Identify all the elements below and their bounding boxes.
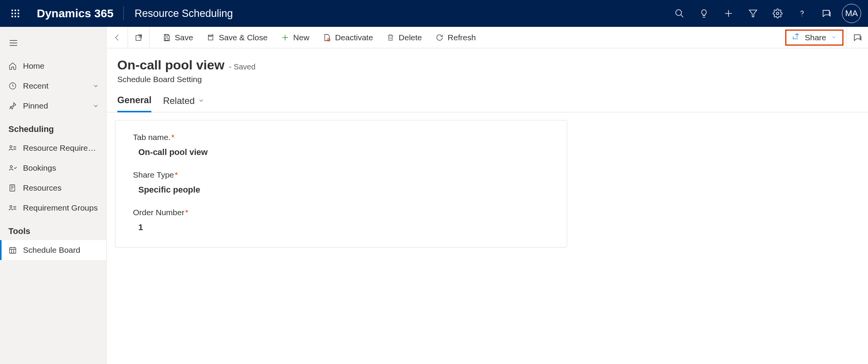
popout-button[interactable] xyxy=(128,27,149,48)
svg-line-41 xyxy=(139,35,141,37)
field-label: Order Number xyxy=(133,208,184,217)
active-nav-marker xyxy=(0,240,2,260)
nav-resources[interactable]: Resources xyxy=(0,178,106,198)
plus-icon xyxy=(281,33,289,42)
field-value[interactable]: Specific people xyxy=(133,185,549,195)
required-marker: * xyxy=(185,208,188,217)
nav-home[interactable]: Home xyxy=(0,56,106,76)
svg-line-10 xyxy=(681,15,683,17)
more-button[interactable] xyxy=(483,27,497,48)
nav-label: Recent xyxy=(23,81,90,91)
nav-label: Resource Requireme… xyxy=(23,143,99,153)
save-close-button[interactable]: Save & Close xyxy=(200,27,275,48)
field-label: Share Type xyxy=(133,170,174,179)
tab-general[interactable]: General xyxy=(117,95,151,112)
back-button[interactable] xyxy=(107,27,128,48)
cmd-label: Delete xyxy=(399,33,422,42)
section-tools: Tools xyxy=(0,218,106,240)
form-card: Tab name.* On-call pool view Share Type*… xyxy=(115,120,567,247)
svg-point-30 xyxy=(10,206,12,208)
field-share-type[interactable]: Share Type* Specific people xyxy=(133,170,549,195)
global-top-bar: Dynamics 365 Resource Scheduling MA xyxy=(0,0,868,27)
nav-recent[interactable]: Recent xyxy=(0,76,106,96)
chevron-down-icon xyxy=(90,82,99,89)
tab-label: Related xyxy=(163,96,195,106)
help-icon[interactable] xyxy=(790,0,814,27)
nav-resource-requirements[interactable]: Resource Requireme… xyxy=(0,138,106,158)
save-button[interactable]: Save xyxy=(156,27,200,48)
filter-icon[interactable] xyxy=(741,0,765,27)
nav-label: Pinned xyxy=(23,101,90,110)
svg-point-15 xyxy=(802,16,802,16)
clock-icon xyxy=(8,82,23,90)
search-icon[interactable] xyxy=(667,0,692,27)
svg-rect-2 xyxy=(18,10,19,11)
gear-icon[interactable] xyxy=(765,0,790,27)
plus-icon[interactable] xyxy=(716,0,741,27)
field-order-number[interactable]: Order Number* 1 xyxy=(133,208,549,232)
required-marker: * xyxy=(171,133,174,142)
bookings-icon xyxy=(8,164,23,172)
nav-requirement-groups[interactable]: Requirement Groups xyxy=(0,198,106,218)
chat-icon[interactable] xyxy=(814,0,839,27)
chevron-down-icon xyxy=(90,102,99,109)
chevron-down-icon xyxy=(198,96,205,106)
cmd-label: New xyxy=(293,33,309,42)
svg-rect-1 xyxy=(15,10,16,11)
refresh-icon xyxy=(435,33,444,42)
form-tabs: General Related xyxy=(107,84,868,112)
home-icon xyxy=(8,62,23,70)
cmd-label: Save & Close xyxy=(219,33,267,42)
lightbulb-icon[interactable] xyxy=(692,0,716,27)
svg-rect-34 xyxy=(10,248,16,254)
svg-rect-26 xyxy=(10,185,15,191)
new-button[interactable]: New xyxy=(275,27,317,48)
required-marker: * xyxy=(175,170,178,179)
command-bar: Save Save & Close New xyxy=(107,27,868,48)
share-button[interactable]: Share xyxy=(785,30,843,46)
svg-rect-43 xyxy=(165,38,168,40)
svg-rect-5 xyxy=(18,13,19,14)
cmd-label: Deactivate xyxy=(335,33,373,42)
nav-schedule-board[interactable]: Schedule Board xyxy=(0,240,106,260)
save-close-icon xyxy=(207,33,215,42)
share-icon xyxy=(792,32,800,43)
deactivate-button[interactable]: Deactivate xyxy=(317,27,380,48)
entity-name: Schedule Board Setting xyxy=(117,75,868,84)
main-area: Save Save & Close New xyxy=(107,27,868,364)
save-status: - Saved xyxy=(229,63,256,71)
brand-name[interactable]: Dynamics 365 xyxy=(37,7,113,20)
topbar-divider xyxy=(123,7,124,20)
cmd-label: Save xyxy=(175,33,193,42)
svg-rect-0 xyxy=(11,10,13,11)
assistant-icon[interactable] xyxy=(847,27,868,48)
app-name[interactable]: Resource Scheduling xyxy=(135,8,233,20)
delete-button[interactable]: Delete xyxy=(380,27,429,48)
tab-related[interactable]: Related xyxy=(163,95,205,112)
svg-rect-8 xyxy=(18,16,19,17)
trash-icon xyxy=(386,33,395,42)
svg-point-21 xyxy=(10,146,12,148)
field-value[interactable]: On-call pool view xyxy=(133,147,549,157)
nav-label: Home xyxy=(23,61,99,71)
svg-point-9 xyxy=(676,10,681,15)
nav-pinned[interactable]: Pinned xyxy=(0,96,106,116)
svg-marker-13 xyxy=(749,10,757,16)
nav-bookings[interactable]: Bookings xyxy=(0,158,106,178)
nav-label: Bookings xyxy=(23,163,99,173)
refresh-button[interactable]: Refresh xyxy=(429,27,483,48)
group-list-icon xyxy=(8,204,23,212)
svg-rect-42 xyxy=(165,34,168,36)
tab-label: General xyxy=(117,95,151,105)
nav-label: Resources xyxy=(23,183,99,193)
field-tab-name[interactable]: Tab name.* On-call pool view xyxy=(133,133,549,157)
hamburger-icon[interactable] xyxy=(0,35,106,51)
waffle-icon[interactable] xyxy=(7,9,24,18)
field-value[interactable]: 1 xyxy=(133,222,549,232)
form-scroll-area[interactable]: Tab name.* On-call pool view Share Type*… xyxy=(107,112,868,364)
avatar[interactable]: MA xyxy=(842,4,861,23)
svg-point-14 xyxy=(776,12,779,15)
resources-icon xyxy=(8,184,23,192)
svg-rect-7 xyxy=(15,16,16,17)
svg-rect-44 xyxy=(209,35,211,36)
